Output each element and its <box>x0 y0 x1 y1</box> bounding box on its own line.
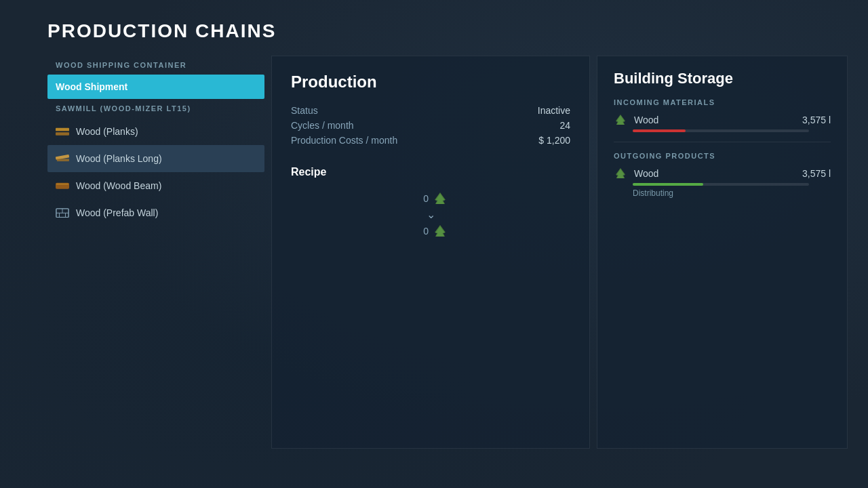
outgoing-bar <box>633 183 809 186</box>
incoming-item-0: Wood 3,575 l <box>614 113 831 127</box>
sidebar-item-wood-beam[interactable]: Wood (Wood Beam) <box>47 172 264 199</box>
right-panel: Building Storage INCOMING MATERIALS Wood… <box>597 56 848 449</box>
sidebar-item-label: Wood (Prefab Wall) <box>76 207 158 218</box>
plank-icon <box>56 125 69 138</box>
incoming-item-name: Wood <box>634 115 795 125</box>
cycles-value: 24 <box>559 120 570 131</box>
incoming-bar-row <box>633 129 831 132</box>
svg-rect-0 <box>56 128 69 131</box>
sidebar-item-label: Wood (Wood Beam) <box>76 180 161 191</box>
recipe-arrow: ⌄ <box>427 209 435 220</box>
outgoing-header: OUTGOING PRODUCTS <box>614 152 831 160</box>
production-info: Status Inactive Cycles / month 24 Produc… <box>291 105 570 146</box>
recipe-input: 0 <box>415 192 446 205</box>
recipe-title: Recipe <box>291 166 570 178</box>
outgoing-status: Distributing <box>633 188 831 198</box>
tree-icon-outgoing <box>614 167 627 180</box>
plank-long-icon <box>56 152 69 165</box>
section-divider <box>614 142 831 142</box>
sidebar-item-wood-prefab-wall[interactable]: Wood (Prefab Wall) <box>47 199 264 226</box>
costs-row: Production Costs / month $ 1,200 <box>291 135 570 146</box>
costs-value: $ 1,200 <box>538 135 570 146</box>
outgoing-item-0: Wood 3,575 l <box>614 167 831 180</box>
cycles-label: Cycles / month <box>291 120 354 131</box>
costs-label: Production Costs / month <box>291 135 397 146</box>
incoming-bar <box>633 129 809 132</box>
outgoing-item-value: 3,575 l <box>802 168 831 179</box>
sidebar-item-label: Wood Shipment <box>56 81 127 92</box>
recipe-output: 0 <box>415 224 446 238</box>
tree-icon-input <box>434 192 446 205</box>
building-storage-title: Building Storage <box>614 70 831 87</box>
incoming-header: INCOMING MATERIALS <box>614 98 831 106</box>
content-row: WOOD SHIPPING CONTAINER Wood Shipment SA… <box>47 56 848 468</box>
outgoing-bar-row: Distributing <box>633 183 831 198</box>
beam-icon <box>56 179 69 192</box>
outgoing-bar-fill <box>633 183 703 186</box>
tree-icon-incoming <box>614 113 627 127</box>
incoming-item-value: 3,575 l <box>802 115 831 125</box>
left-panel: WOOD SHIPPING CONTAINER Wood Shipment SA… <box>47 56 264 226</box>
svg-rect-3 <box>57 159 69 161</box>
sidebar-item-wood-shipment[interactable]: Wood Shipment <box>47 75 264 99</box>
section-header-shipping: WOOD SHIPPING CONTAINER <box>47 56 264 75</box>
cycles-row: Cycles / month 24 <box>291 120 570 131</box>
wall-icon <box>56 206 69 220</box>
status-label: Status <box>291 105 318 116</box>
section-header-sawmill: SAWMILL (WOOD-MIZER LT15) <box>47 99 264 118</box>
page-title: PRODUCTION CHAINS <box>47 20 848 42</box>
sidebar-item-label: Wood (Planks) <box>76 126 138 137</box>
sidebar-item-label: Wood (Planks Long) <box>76 153 162 164</box>
tree-icon-output <box>434 224 446 238</box>
svg-rect-1 <box>56 132 69 136</box>
incoming-bar-fill <box>633 129 686 132</box>
recipe-input-count: 0 <box>415 193 429 204</box>
main-layout: PRODUCTION CHAINS WOOD SHIPPING CONTAINE… <box>0 0 868 488</box>
svg-rect-5 <box>56 183 68 184</box>
recipe-output-count: 0 <box>415 226 429 237</box>
sidebar-item-wood-planks-long[interactable]: Wood (Planks Long) <box>47 145 264 172</box>
middle-panel: Production Status Inactive Cycles / mont… <box>271 56 590 449</box>
outgoing-item-name: Wood <box>634 168 795 179</box>
status-row: Status Inactive <box>291 105 570 116</box>
production-title: Production <box>291 73 570 92</box>
sidebar-item-wood-planks[interactable]: Wood (Planks) <box>47 118 264 145</box>
status-value: Inactive <box>538 105 570 116</box>
recipe-area: 0 ⌄ 0 <box>291 192 570 238</box>
